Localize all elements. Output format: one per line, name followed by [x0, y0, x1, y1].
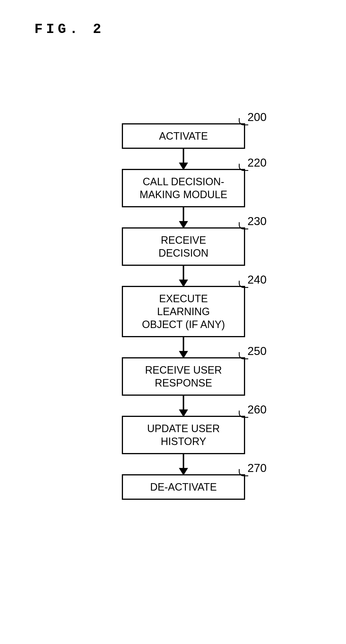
step-update-user-history: 260 UPDATE USERHISTORY — [112, 416, 255, 454]
step-box: EXECUTELEARNINGOBJECT (IF ANY) — [122, 286, 245, 337]
ref-number: 270 — [247, 462, 267, 475]
step-box: DE-ACTIVATE — [122, 474, 245, 500]
figure-label: FIG. 2 — [34, 22, 105, 37]
step-box: RECEIVEDECISION — [122, 227, 245, 266]
step-activate: 200 ACTIVATE — [112, 123, 255, 149]
ref-number: 250 — [247, 345, 267, 358]
step-call-decision-making: 220 CALL DECISION-MAKING MODULE — [112, 169, 255, 207]
step-box: RECEIVE USERRESPONSE — [122, 357, 245, 396]
ref-number: 240 — [247, 273, 267, 286]
step-receive-user-response: 250 RECEIVE USERRESPONSE — [112, 357, 255, 396]
step-execute-learning-object: 240 EXECUTELEARNINGOBJECT (IF ANY) — [112, 286, 255, 337]
step-box: ACTIVATE — [122, 123, 245, 149]
ref-hook — [239, 281, 248, 288]
step-receive-decision: 230 RECEIVEDECISION — [112, 227, 255, 266]
ref-number: 200 — [247, 111, 267, 124]
step-deactivate: 270 DE-ACTIVATE — [112, 474, 255, 500]
ref-hook — [239, 469, 248, 476]
step-box: UPDATE USERHISTORY — [122, 416, 245, 454]
ref-hook — [239, 164, 248, 171]
step-box: CALL DECISION-MAKING MODULE — [122, 169, 245, 207]
flowchart: 200 ACTIVATE 220 CALL DECISION-MAKING MO… — [112, 123, 255, 500]
ref-hook — [239, 352, 248, 359]
ref-hook — [239, 118, 248, 125]
ref-number: 230 — [247, 215, 267, 228]
ref-hook — [239, 222, 248, 229]
ref-number: 220 — [247, 156, 267, 169]
ref-number: 260 — [247, 403, 267, 416]
ref-hook — [239, 411, 248, 418]
